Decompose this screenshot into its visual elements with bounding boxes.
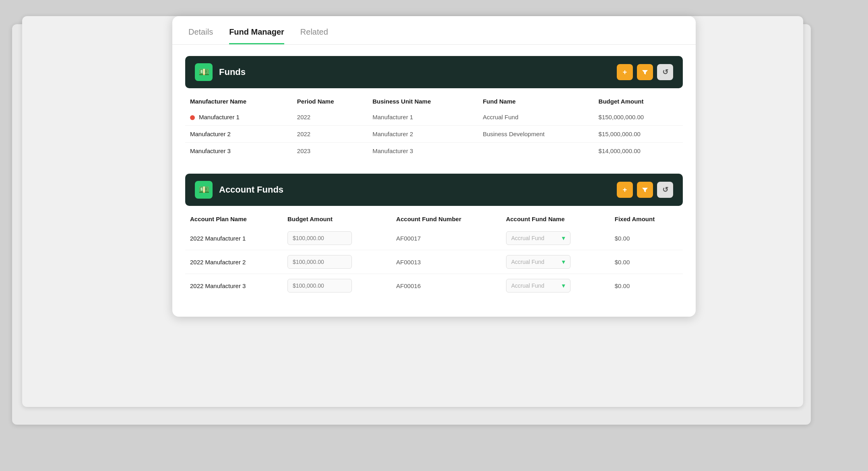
budget-amount-input[interactable] <box>287 231 352 245</box>
account-funds-table-row: 2022 Manufacturer 2AF00013Accrual Fund▼$… <box>185 250 683 274</box>
tabs-container: Details Fund Manager Related <box>172 16 696 45</box>
budget-amount-input[interactable] <box>287 255 352 269</box>
funds-manufacturer-name: Manufacturer 1 <box>185 109 292 126</box>
funds-table-row: Manufacturer 12022Manufacturer 1Accrual … <box>185 109 683 126</box>
funds-period-name: 2023 <box>292 143 368 160</box>
account-fund-name-select[interactable]: Accrual Fund <box>506 231 570 245</box>
funds-manufacturer-name: Manufacturer 3 <box>185 143 292 160</box>
funds-period-name: 2022 <box>292 126 368 143</box>
account-funds-table-row: 2022 Manufacturer 1AF00017Accrual Fund▼$… <box>185 226 683 250</box>
account-funds-table-wrapper: Account Plan Name Budget Amount Account … <box>185 206 683 301</box>
funds-budget-amount: $150,000,000.00 <box>594 109 683 126</box>
acct-col-fixed-amount: Fixed Amount <box>610 209 683 226</box>
acct-fixed-amount: $0.00 <box>610 274 683 298</box>
funds-fund-name <box>478 143 593 160</box>
fund-name-select-wrapper[interactable]: Accrual Fund▼ <box>506 255 570 269</box>
acct-budget-amount-cell[interactable] <box>283 274 391 298</box>
account-fund-name-select[interactable]: Accrual Fund <box>506 255 570 269</box>
account-funds-section-header: 💵 Account Funds + ↺ <box>185 174 683 206</box>
funds-manufacturer-name: Manufacturer 2 <box>185 126 292 143</box>
acct-fund-name-cell[interactable]: Accrual Fund▼ <box>501 274 610 298</box>
acct-budget-amount-cell[interactable] <box>283 226 391 250</box>
account-fund-name-select[interactable]: Accrual Fund <box>506 279 570 293</box>
funds-business-unit-name: Manufacturer 2 <box>368 126 478 143</box>
funds-filter-button[interactable] <box>637 64 653 80</box>
account-funds-title: Account Funds <box>219 185 283 195</box>
account-funds-filter-icon <box>642 187 648 193</box>
account-funds-add-button[interactable]: + <box>617 182 633 198</box>
acct-fund-number: AF00013 <box>391 250 501 274</box>
acct-plan-name: 2022 Manufacturer 3 <box>185 274 283 298</box>
funds-budget-amount: $14,000,000.00 <box>594 143 683 160</box>
funds-table-header-row: Manufacturer Name Period Name Business U… <box>185 91 683 109</box>
tab-fund-manager[interactable]: Fund Manager <box>229 27 284 44</box>
funds-col-manufacturer-name: Manufacturer Name <box>185 91 292 109</box>
funds-table: Manufacturer Name Period Name Business U… <box>185 91 683 159</box>
acct-plan-name: 2022 Manufacturer 2 <box>185 250 283 274</box>
acct-col-fund-name: Account Fund Name <box>501 209 610 226</box>
funds-title: Funds <box>219 67 246 77</box>
funds-icon: 💵 <box>195 63 213 81</box>
fund-name-select-wrapper[interactable]: Accrual Fund▼ <box>506 231 570 245</box>
funds-table-row: Manufacturer 32023Manufacturer 3$14,000,… <box>185 143 683 160</box>
account-funds-icon: 💵 <box>195 181 213 199</box>
funds-fund-name: Business Development <box>478 126 593 143</box>
funds-col-fund-name: Fund Name <box>478 91 593 109</box>
funds-actions: + ↺ <box>617 64 673 80</box>
account-funds-actions: + ↺ <box>617 182 673 198</box>
tab-related[interactable]: Related <box>300 27 328 44</box>
tab-details[interactable]: Details <box>188 27 213 44</box>
acct-col-budget-amount: Budget Amount <box>283 209 391 226</box>
funds-col-budget-amount: Budget Amount <box>594 91 683 109</box>
funds-header-left: 💵 Funds <box>195 63 246 81</box>
funds-period-name: 2022 <box>292 109 368 126</box>
main-card: Details Fund Manager Related 💵 Funds + ↺… <box>172 16 696 317</box>
acct-fund-name-cell[interactable]: Accrual Fund▼ <box>501 226 610 250</box>
funds-business-unit-name: Manufacturer 3 <box>368 143 478 160</box>
acct-plan-name: 2022 Manufacturer 1 <box>185 226 283 250</box>
funds-col-business-unit-name: Business Unit Name <box>368 91 478 109</box>
acct-col-plan-name: Account Plan Name <box>185 209 283 226</box>
acct-fund-name-cell[interactable]: Accrual Fund▼ <box>501 250 610 274</box>
funds-refresh-button[interactable]: ↺ <box>657 64 673 80</box>
funds-budget-amount: $15,000,000.00 <box>594 126 683 143</box>
account-funds-header-row: Account Plan Name Budget Amount Account … <box>185 209 683 226</box>
funds-business-unit-name: Manufacturer 1 <box>368 109 478 126</box>
filter-icon <box>642 69 648 75</box>
funds-col-period-name: Period Name <box>292 91 368 109</box>
funds-add-button[interactable]: + <box>617 64 633 80</box>
acct-fund-number: AF00017 <box>391 226 501 250</box>
funds-section-header: 💵 Funds + ↺ <box>185 56 683 88</box>
fund-name-select-wrapper[interactable]: Accrual Fund▼ <box>506 279 570 293</box>
funds-table-row: Manufacturer 22022Manufacturer 2Business… <box>185 126 683 143</box>
account-funds-table: Account Plan Name Budget Amount Account … <box>185 209 683 297</box>
budget-amount-input[interactable] <box>287 279 352 293</box>
acct-fixed-amount: $0.00 <box>610 250 683 274</box>
funds-fund-name: Accrual Fund <box>478 109 593 126</box>
account-funds-refresh-button[interactable]: ↺ <box>657 182 673 198</box>
account-funds-table-row: 2022 Manufacturer 3AF00016Accrual Fund▼$… <box>185 274 683 298</box>
acct-fund-number: AF00016 <box>391 274 501 298</box>
status-dot <box>190 115 195 120</box>
acct-col-fund-number: Account Fund Number <box>391 209 501 226</box>
account-funds-header-left: 💵 Account Funds <box>195 181 283 199</box>
account-funds-filter-button[interactable] <box>637 182 653 198</box>
funds-table-wrapper: Manufacturer Name Period Name Business U… <box>185 88 683 162</box>
acct-fixed-amount: $0.00 <box>610 226 683 250</box>
acct-budget-amount-cell[interactable] <box>283 250 391 274</box>
